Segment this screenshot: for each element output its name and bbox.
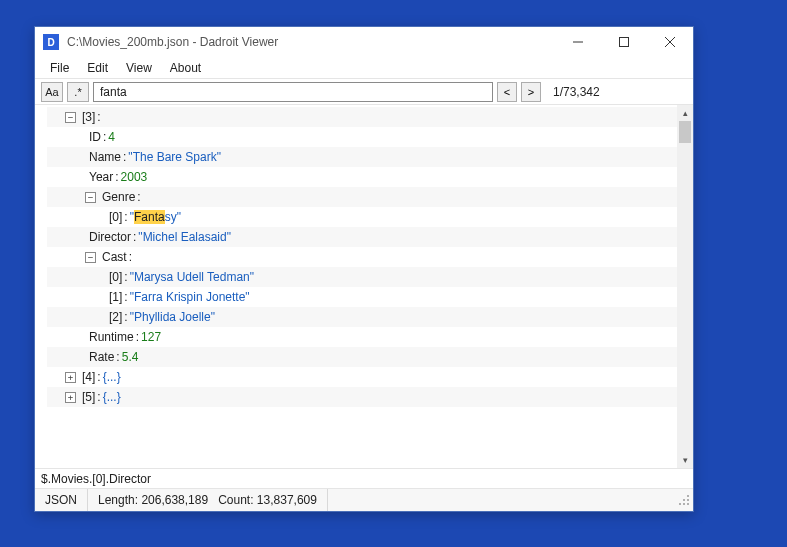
tree-value-number: 127 [141, 330, 161, 344]
tree-value-string: The Bare Spark [133, 150, 217, 164]
tree-key: Runtime [89, 330, 134, 344]
menu-file[interactable]: File [41, 59, 78, 77]
statusbar: JSON Length: 206,638,189 Count: 13,837,6… [35, 489, 693, 511]
json-path-value: $.Movies.[0].Director [41, 472, 151, 486]
tree-key: [5] [82, 390, 95, 404]
tree-key: Year [89, 170, 113, 184]
titlebar: D C:\Movies_200mb.json - Dadroit Viewer [35, 27, 693, 57]
status-length: Length: 206,638,189 Count: 13,837,609 [88, 489, 328, 511]
expand-icon[interactable]: + [65, 392, 76, 403]
tree-colon: : [95, 110, 102, 124]
tree-key: [4] [82, 370, 95, 384]
tree-value-string: Farra Krispin Jonette [134, 290, 245, 304]
tree-key: [0] [109, 270, 122, 284]
title-filepath: C:\Movies_200mb.json [67, 35, 189, 49]
menu-view[interactable]: View [117, 59, 161, 77]
tree-colon: : [95, 370, 102, 384]
svg-rect-5 [683, 499, 685, 501]
svg-rect-9 [687, 503, 689, 505]
tree-row[interactable]: [1] : "Farra Krispin Jonette" [47, 287, 677, 307]
menubar: File Edit View About [35, 57, 693, 79]
tree-colon: : [134, 330, 141, 344]
tree-row[interactable]: ID : 4 [47, 127, 677, 147]
tree-row[interactable]: +[4] : {...} [47, 367, 677, 387]
tree-colon: : [121, 150, 128, 164]
tree-row[interactable]: Director : "Michel Ealasaid" [47, 227, 677, 247]
tree-row[interactable]: Name : "The Bare Spark" [47, 147, 677, 167]
status-length-value: 206,638,189 [141, 493, 208, 507]
search-highlight: Fanta [134, 210, 165, 224]
tree-key: Cast [102, 250, 127, 264]
tree-colon: : [113, 170, 120, 184]
tree-key: Director [89, 230, 131, 244]
svg-rect-7 [679, 503, 681, 505]
tree-colon: : [127, 250, 134, 264]
tree-row[interactable]: [0] : "Fantasy" [47, 207, 677, 227]
window-controls [555, 27, 693, 57]
status-length-label: Length: [98, 493, 138, 507]
tree-row[interactable]: Runtime : 127 [47, 327, 677, 347]
tree-row[interactable]: [2] : "Phyllida Joelle" [47, 307, 677, 327]
tree-row[interactable]: [0] : "Marysa Udell Tedman" [47, 267, 677, 287]
tree-value-string: Phyllida Joelle [134, 310, 211, 324]
vertical-scrollbar[interactable]: ▴ ▾ [677, 105, 693, 468]
tree-key: [3] [82, 110, 95, 124]
maximize-button[interactable] [601, 27, 647, 57]
tree-row[interactable]: −[3] : [47, 107, 677, 127]
tree-row[interactable]: −Cast : [47, 247, 677, 267]
svg-rect-4 [687, 495, 689, 497]
tree-row[interactable]: Rate : 5.4 [47, 347, 677, 367]
tree-key: [1] [109, 290, 122, 304]
menu-about[interactable]: About [161, 59, 210, 77]
tree-colon: : [122, 270, 129, 284]
toolbar: Aa .* < > 1/73,342 [35, 79, 693, 105]
tree-key: [2] [109, 310, 122, 324]
scroll-up-arrow-icon[interactable]: ▴ [677, 105, 693, 121]
case-sensitive-toggle[interactable]: Aa [41, 82, 63, 102]
status-count-value: 13,837,609 [257, 493, 317, 507]
menu-edit[interactable]: Edit [78, 59, 117, 77]
svg-rect-6 [687, 499, 689, 501]
scrollbar-track[interactable] [677, 121, 693, 452]
expand-icon[interactable]: + [65, 372, 76, 383]
tree-value-number: 4 [108, 130, 115, 144]
tree-colon: : [95, 390, 102, 404]
regex-toggle[interactable]: .* [67, 82, 89, 102]
tree-row[interactable]: +[5] : {...} [47, 387, 677, 407]
tree-key: [0] [109, 210, 122, 224]
status-count-label: Count: [218, 493, 253, 507]
collapse-icon[interactable]: − [85, 192, 96, 203]
collapse-icon[interactable]: − [85, 252, 96, 263]
title-separator: - [189, 35, 200, 49]
json-tree[interactable]: −[3] : ID : 4Name : "The Bare Spark"Year… [35, 105, 677, 468]
window-title: C:\Movies_200mb.json - Dadroit Viewer [67, 35, 278, 49]
prev-match-button[interactable]: < [497, 82, 517, 102]
tree-value-collapsed: {...} [103, 390, 121, 404]
tree-row[interactable]: Year : 2003 [47, 167, 677, 187]
json-path-bar: $.Movies.[0].Director [35, 469, 693, 489]
tree-colon: : [131, 230, 138, 244]
tree-value-collapsed: {...} [103, 370, 121, 384]
tree-value-string: Michel Ealasaid [143, 230, 227, 244]
tree-row[interactable]: −Genre : [47, 187, 677, 207]
next-match-button[interactable]: > [521, 82, 541, 102]
scroll-down-arrow-icon[interactable]: ▾ [677, 452, 693, 468]
app-window: D C:\Movies_200mb.json - Dadroit Viewer … [34, 26, 694, 512]
svg-rect-1 [620, 38, 629, 47]
search-result-counter: 1/73,342 [545, 85, 608, 99]
tree-key: ID [89, 130, 101, 144]
tree-key: Rate [89, 350, 114, 364]
title-appname: Dadroit Viewer [200, 35, 278, 49]
close-button[interactable] [647, 27, 693, 57]
tree-colon: : [114, 350, 121, 364]
collapse-icon[interactable]: − [65, 112, 76, 123]
status-filetype: JSON [35, 489, 88, 511]
resize-grip-icon[interactable] [675, 491, 693, 509]
tree-colon: : [122, 310, 129, 324]
scrollbar-thumb[interactable] [679, 121, 691, 143]
minimize-button[interactable] [555, 27, 601, 57]
tree-colon: : [122, 290, 129, 304]
tree-colon: : [135, 190, 142, 204]
search-input[interactable] [93, 82, 493, 102]
tree-value-number: 5.4 [122, 350, 139, 364]
